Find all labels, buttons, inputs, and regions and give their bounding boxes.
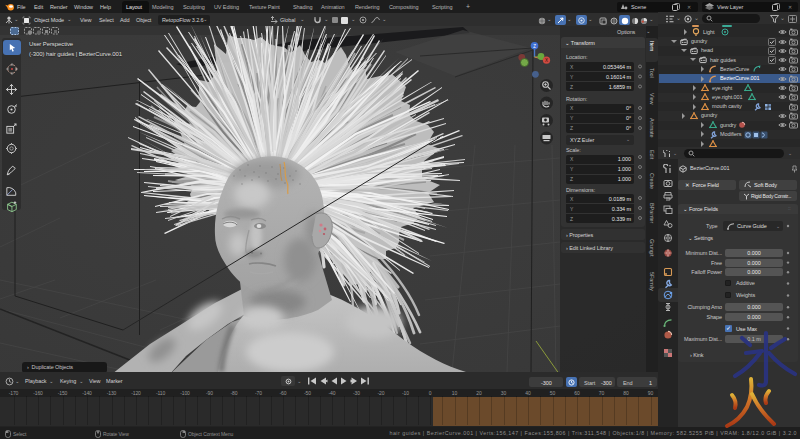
svg-text:X: X <box>545 58 548 63</box>
svg-text:Z: Z <box>533 44 536 49</box>
